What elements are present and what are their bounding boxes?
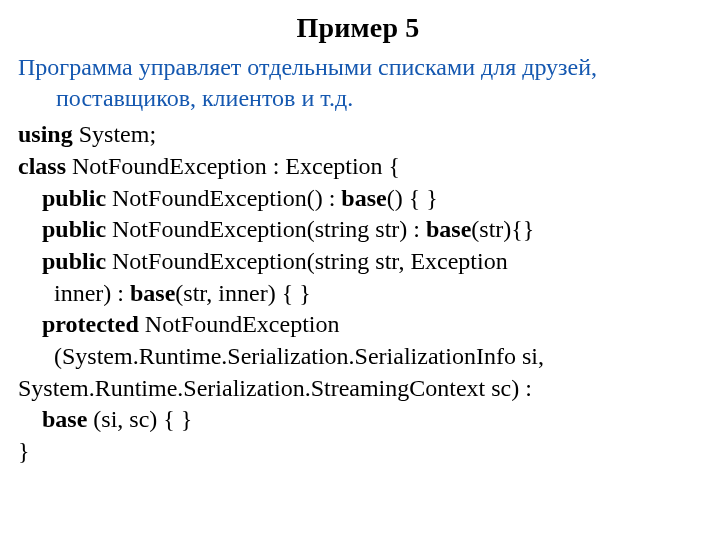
- tok-ctor3a: NotFoundException: [139, 311, 340, 337]
- tok-ctor2inner-b: (str, inner) { }: [175, 280, 310, 306]
- tok-ctor1a: NotFoundException(string str) :: [106, 216, 426, 242]
- tok-ctor1b: (str){}: [471, 216, 534, 242]
- code-line-class: class NotFoundException : Exception {: [18, 151, 698, 183]
- kw-base: base: [42, 406, 87, 432]
- code-line-closing: }: [18, 436, 698, 468]
- code-line-ctor0: public NotFoundException() : base() { }: [18, 183, 698, 215]
- slide: Пример 5 Программа управляет отдельными …: [0, 0, 720, 540]
- tok-ctor3sc: System.Runtime.Serialization.StreamingCo…: [18, 375, 532, 401]
- kw-using: using: [18, 121, 73, 147]
- tok-ctor2a: NotFoundException(string str, Exception: [106, 248, 508, 274]
- description: Программа управляет отдельными списками …: [18, 52, 698, 113]
- code-line-ctor2a: public NotFoundException(string str, Exc…: [18, 246, 698, 278]
- kw-base: base: [341, 185, 386, 211]
- tok-system: System;: [73, 121, 156, 147]
- code-line-ctor3params: (System.Runtime.Serialization.Serializat…: [18, 341, 698, 373]
- kw-base: base: [130, 280, 175, 306]
- slide-title: Пример 5: [18, 12, 698, 44]
- kw-class: class: [18, 153, 66, 179]
- description-line1: Программа управляет отдельными списками …: [18, 54, 597, 80]
- kw-public: public: [42, 216, 106, 242]
- code-line-ctor2b: inner) : base(str, inner) { }: [18, 278, 698, 310]
- code-block: using System; class NotFoundException : …: [18, 119, 698, 467]
- tok-ctor3baseargs: (si, sc) { }: [87, 406, 192, 432]
- code-line-ctor1: public NotFoundException(string str) : b…: [18, 214, 698, 246]
- tok-closing: }: [18, 438, 30, 464]
- code-line-ctor3sc: System.Runtime.Serialization.StreamingCo…: [18, 373, 698, 405]
- kw-base: base: [426, 216, 471, 242]
- tok-classdecl: NotFoundException : Exception {: [66, 153, 400, 179]
- tok-ctor3params: (System.Runtime.Serialization.Serializat…: [48, 343, 544, 369]
- tok-ctor0a: NotFoundException() :: [106, 185, 341, 211]
- kw-public: public: [42, 185, 106, 211]
- description-line2: поставщиков, клиентов и т.д.: [18, 83, 698, 114]
- tok-ctor0b: () { }: [387, 185, 438, 211]
- code-line-ctor3base: base (si, sc) { }: [18, 404, 698, 436]
- kw-public: public: [42, 248, 106, 274]
- code-line-using: using System;: [18, 119, 698, 151]
- tok-ctor2inner-a: inner) :: [48, 280, 130, 306]
- kw-protected: protected: [42, 311, 139, 337]
- code-line-ctor3a: protected NotFoundException: [18, 309, 698, 341]
